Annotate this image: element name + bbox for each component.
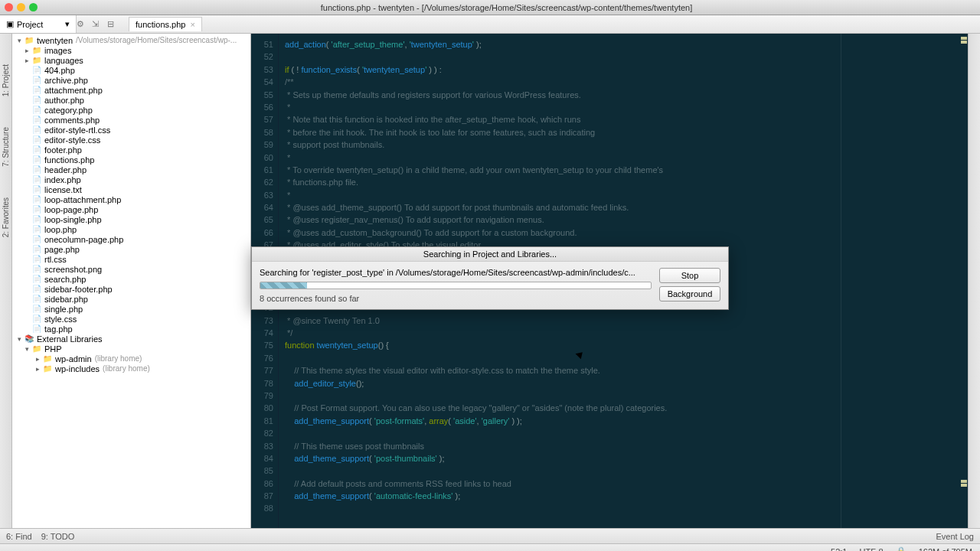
tree-file[interactable]: 📄author.php <box>12 95 250 105</box>
bottom-toolbar: 6: Find 9: TODO Event Log <box>0 528 980 543</box>
right-margin <box>841 34 841 528</box>
tree-file[interactable]: 📄rtl.css <box>12 254 250 264</box>
tree-file[interactable]: 📄editor-style-rtl.css <box>12 125 250 135</box>
tree-file[interactable]: 📄screenshot.png <box>12 264 250 274</box>
progress-bar <box>260 282 652 289</box>
project-icon: ▣ <box>6 19 14 29</box>
tree-file[interactable]: 📄sidebar-footer.php <box>12 284 250 294</box>
tree-folder[interactable]: ▸📁wp-admin(library home) <box>12 354 250 364</box>
tree-file[interactable]: ▸📁images <box>12 45 250 55</box>
marker-strip <box>960 34 968 528</box>
tree-file[interactable]: 📄style.css <box>12 314 250 324</box>
lock-icon[interactable]: 🔒 <box>896 546 906 551</box>
settings-icon[interactable]: ⚙ <box>77 19 87 30</box>
minimize-icon[interactable] <box>17 3 25 11</box>
status-bar: 52:1 UTF-8 🔒 162M of 795M <box>0 543 980 551</box>
tree-file[interactable]: 📄loop-attachment.php <box>12 194 250 204</box>
zoom-icon[interactable] <box>29 3 38 11</box>
tool-find[interactable]: 6: Find <box>6 532 32 541</box>
tree-file[interactable]: 📄page.php <box>12 244 250 254</box>
toolbar: ▣ Project ▾ ⚙ ⇲ ⊟ functions.php × <box>0 15 980 34</box>
search-progress-dialog: Searching in Project and Libraries... Se… <box>251 246 729 310</box>
collapse-icon[interactable]: ⇲ <box>92 19 103 30</box>
window-title: functions.php - twentyten - [/Volumes/st… <box>38 3 975 12</box>
tree-file[interactable]: 📄single.php <box>12 304 250 314</box>
tree-file[interactable]: 📄license.txt <box>12 184 250 194</box>
editor-tabs: functions.php × <box>122 17 980 31</box>
tree-file[interactable]: ▸📁languages <box>12 55 250 65</box>
dialog-title: Searching in Project and Libraries... <box>252 247 728 262</box>
encoding[interactable]: UTF-8 <box>860 547 884 552</box>
project-tree[interactable]: ▾📁twentyten/Volumes/storage/Home/Sites/s… <box>12 34 251 528</box>
tree-file[interactable]: 📄search.php <box>12 274 250 284</box>
window-titlebar: functions.php - twentyten - [/Volumes/st… <box>0 0 980 15</box>
tree-file[interactable]: 📄archive.php <box>12 75 250 85</box>
tree-file[interactable]: 📄category.php <box>12 105 250 115</box>
tool-todo[interactable]: 9: TODO <box>41 532 75 541</box>
tree-file[interactable]: 📄attachment.php <box>12 85 250 95</box>
tree-file[interactable]: 📄404.php <box>12 65 250 75</box>
tree-file[interactable]: ▾📁PHP <box>12 344 250 354</box>
memory-indicator[interactable]: 162M of 795M <box>919 547 972 552</box>
tree-file[interactable]: 📄editor-style.css <box>12 135 250 145</box>
cursor-position: 52:1 <box>831 547 847 552</box>
close-tab-icon[interactable]: × <box>190 20 194 29</box>
dialog-status: 8 occurrences found so far <box>260 294 652 303</box>
background-button[interactable]: Background <box>659 286 720 302</box>
tree-folder[interactable]: ▸📁wp-includes(library home) <box>12 364 250 373</box>
traffic-lights[interactable] <box>5 3 38 11</box>
tree-file[interactable]: 📄functions.php <box>12 155 250 165</box>
hide-icon[interactable]: ⊟ <box>107 19 118 30</box>
tree-file[interactable]: 📄onecolumn-page.php <box>12 234 250 244</box>
tree-file[interactable]: 📄loop-single.php <box>12 214 250 224</box>
tree-file[interactable]: 📄comments.php <box>12 115 250 125</box>
tool-structure[interactable]: 7: Structure <box>2 127 10 167</box>
stop-button[interactable]: Stop <box>659 268 720 283</box>
dialog-message: Searching for 'register_post_type' in /V… <box>260 268 652 277</box>
tree-file[interactable]: ▾📚External Libraries <box>12 334 250 344</box>
tree-file[interactable]: 📄index.php <box>12 174 250 184</box>
tree-file[interactable]: 📄sidebar.php <box>12 294 250 304</box>
tool-project[interactable]: 1: Project <box>2 64 10 96</box>
tree-file[interactable]: 📄header.php <box>12 165 250 174</box>
event-log[interactable]: Event Log <box>936 532 974 541</box>
project-label: Project <box>17 20 43 29</box>
tab-functions-php[interactable]: functions.php × <box>129 17 202 31</box>
chevron-down-icon: ▾ <box>65 19 70 29</box>
tool-favorites[interactable]: 2: Favorites <box>2 197 10 237</box>
tree-folder[interactable]: ▾📁twentyten/Volumes/storage/Home/Sites/s… <box>12 35 250 45</box>
left-tool-strip: 1: Project 7: Structure 2: Favorites <box>0 34 12 528</box>
tab-label: functions.php <box>136 20 185 29</box>
project-tool-tab[interactable]: ▣ Project ▾ <box>0 15 77 33</box>
right-tool-strip <box>968 34 980 528</box>
tree-file[interactable]: 📄loop.php <box>12 224 250 234</box>
close-icon[interactable] <box>5 3 13 11</box>
tree-file[interactable]: 📄loop-page.php <box>12 204 250 214</box>
tree-file[interactable]: 📄tag.php <box>12 324 250 334</box>
tree-file[interactable]: 📄footer.php <box>12 145 250 155</box>
